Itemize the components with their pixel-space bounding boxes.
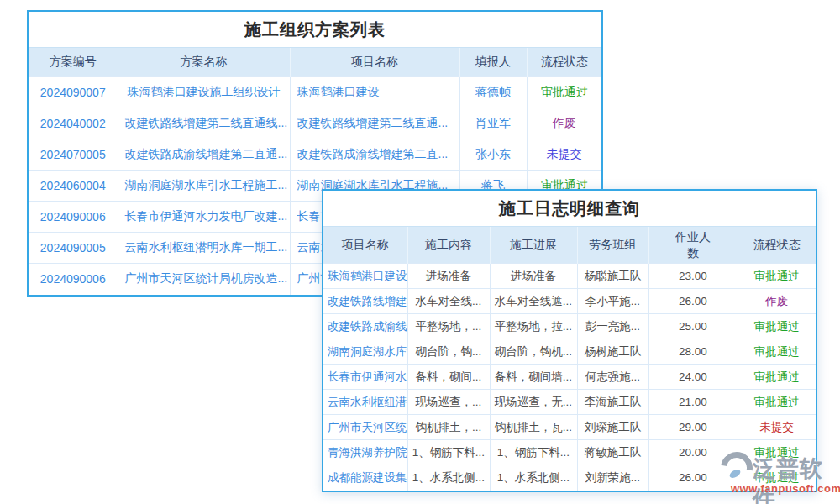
cell-worker-count: 26.00	[648, 289, 738, 314]
cell-work-content: 现场巡查，...	[407, 390, 490, 415]
cell-project-name[interactable]: 改建铁路线增建第二	[323, 289, 407, 314]
cell-work-progress: 进场准备	[490, 264, 577, 289]
cell-worker-count: 25.00	[648, 314, 738, 339]
vendor-url: www.fanpusoft.com	[731, 482, 838, 495]
cell-plan-name[interactable]: 改建铁路线增建第二线直通线...	[118, 108, 290, 139]
table-row: 长春市伊通河水力发备料，砌间...备料，砌间墙...何志强施...24.00审批…	[323, 365, 816, 390]
table-row: 2024040002改建铁路线增建第二线直通线...改建铁路线增建第二线直通..…	[29, 108, 601, 139]
table-row: 2024070005改建铁路成渝线增建第二直通...改建铁路成渝线增建第二直..…	[29, 139, 601, 171]
column-header-plan-name: 方案名称	[118, 48, 290, 77]
cell-plan-name[interactable]: 云南水利枢纽潜明水库一期工...	[118, 233, 290, 264]
cell-labor-team: 李海施工队	[577, 390, 648, 415]
cell-work-progress: 砌台阶，钩机...	[490, 339, 577, 365]
header-row: 方案编号方案名称项目名称填报人流程状态	[29, 48, 601, 77]
column-header-project-name: 项目名称	[323, 227, 407, 264]
column-header-labor-team: 劳务班组	[577, 227, 648, 264]
cell-project-name[interactable]: 湖南洞庭湖水库引水	[323, 339, 407, 365]
cell-labor-team: 杨聪施工队	[577, 264, 648, 289]
cell-flow-status: 审批通过	[738, 365, 816, 390]
column-header-worker-count: 作业人数	[648, 227, 738, 264]
header-row: 项目名称施工内容施工进展劳务班组作业人数流程状态	[323, 227, 816, 264]
cell-plan-id[interactable]: 2024040002	[29, 108, 118, 139]
cell-work-progress: 1、钢筋下料...	[490, 440, 577, 465]
column-header-label: 填报人	[475, 55, 511, 68]
column-header-label: 劳务班组	[590, 238, 637, 251]
column-header-work-content: 施工内容	[407, 227, 490, 264]
cell-flow-status: 审批通过	[527, 77, 601, 108]
cell-project-name[interactable]: 广州市天河区统计局	[323, 415, 407, 440]
cell-plan-id[interactable]: 2024090007	[29, 77, 118, 108]
table-row: 云南水利枢纽潜明水现场巡查，...现场巡查，无...李海施工队21.00审批通过	[323, 390, 816, 415]
table-row: 珠海鹤港口建设进场准备进场准备杨聪施工队23.00审批通过	[323, 264, 816, 289]
cell-project-name[interactable]: 改建铁路成渝线增建	[323, 314, 407, 339]
cell-flow-status: 审批通过	[738, 390, 816, 415]
column-header-submitter: 填报人	[459, 48, 527, 77]
cell-project-name[interactable]: 云南水利枢纽潜明水	[323, 390, 407, 415]
cell-labor-team: 杨树施工队	[577, 339, 648, 365]
cell-submitter[interactable]: 肖亚军	[459, 108, 527, 139]
cell-project-name[interactable]: 改建铁路线增建第二线直通...	[290, 108, 459, 139]
cell-project-name[interactable]: 青海洪湖养护院项目	[323, 440, 407, 465]
cell-work-progress: 1、水系北侧...	[490, 465, 577, 491]
cell-worker-count: 29.00	[648, 415, 738, 440]
cell-flow-status: 未提交	[738, 415, 816, 440]
cell-plan-id[interactable]: 2024090006	[29, 264, 118, 295]
cell-plan-id[interactable]: 2024070005	[29, 139, 118, 171]
cell-work-content: 水车对全线...	[407, 289, 490, 314]
cell-project-name[interactable]: 改建铁路成渝线增建第二直...	[290, 139, 459, 171]
vendor-watermark: 泛普软件 www.fanpusoft.com	[721, 452, 838, 499]
cell-plan-id[interactable]: 2024090006	[29, 202, 118, 233]
column-header-project-name: 项目名称	[290, 48, 459, 77]
column-header-flow-status: 流程状态	[738, 227, 816, 264]
column-header-label: 项目名称	[351, 55, 398, 68]
cell-labor-team: 彭一亮施...	[577, 314, 648, 339]
table-row: 湖南洞庭湖水库引水砌台阶，钩...砌台阶，钩机...杨树施工队28.00审批通过	[323, 339, 816, 365]
cell-work-content: 钩机排土，...	[407, 415, 490, 440]
cell-worker-count: 28.00	[648, 339, 738, 365]
column-header-label: 方案编号	[50, 55, 97, 68]
cell-labor-team: 刘琛施工队	[577, 415, 648, 440]
column-header-label: 方案名称	[181, 55, 228, 68]
cell-work-progress: 水车对全线遮...	[490, 289, 577, 314]
cell-plan-id[interactable]: 2024090005	[29, 233, 118, 264]
column-header-flow-status: 流程状态	[527, 48, 601, 77]
log-query-table-card: 施工日志明细查询 项目名称施工内容施工进展劳务班组作业人数流程状态珠海鹤港口建设…	[322, 189, 817, 492]
cell-work-content: 进场准备	[407, 264, 490, 289]
cell-flow-status: 审批通过	[738, 339, 816, 365]
cell-submitter[interactable]: 蒋德帧	[459, 77, 527, 108]
table-row: 改建铁路线增建第二水车对全线...水车对全线遮...李小平施...26.00作废	[323, 289, 816, 314]
cell-submitter[interactable]: 张小东	[459, 139, 527, 171]
cell-project-name[interactable]: 珠海鹤港口建设	[290, 77, 459, 108]
table-row: 改建铁路成渝线增建平整场地，...平整场地，拉...彭一亮施...25.00审批…	[323, 314, 816, 339]
cell-plan-name[interactable]: 广州市天河区统计局机房改造...	[118, 264, 290, 295]
cell-labor-team: 刘新荣施...	[577, 465, 648, 491]
cell-flow-status: 作废	[527, 108, 601, 139]
cell-plan-id[interactable]: 2024060004	[29, 171, 118, 202]
cell-work-content: 1、钢筋下料...	[407, 440, 490, 465]
cell-plan-name[interactable]: 改建铁路成渝线增建第二直通...	[118, 139, 290, 171]
cell-flow-status: 审批通过	[738, 264, 816, 289]
log-query-table: 项目名称施工内容施工进展劳务班组作业人数流程状态珠海鹤港口建设进场准备进场准备杨…	[323, 226, 816, 491]
cell-work-progress: 平整场地，拉...	[490, 314, 577, 339]
cell-plan-name[interactable]: 长春市伊通河水力发电厂改建...	[118, 202, 290, 233]
cell-labor-team: 李小平施...	[577, 289, 648, 314]
cell-flow-status: 审批通过	[738, 314, 816, 339]
cell-worker-count: 24.00	[648, 365, 738, 390]
cell-plan-name[interactable]: 珠海鹤港口建设施工组织设计	[118, 77, 290, 108]
cell-project-name[interactable]: 长春市伊通河水力发	[323, 365, 407, 390]
cell-work-progress: 钩机排土，瓦...	[490, 415, 577, 440]
cell-plan-name[interactable]: 湖南洞庭湖水库引水工程施工...	[118, 171, 290, 202]
plan-list-title: 施工组织方案列表	[29, 12, 601, 47]
cell-flow-status: 未提交	[527, 139, 601, 171]
column-header-label: 流程状态	[753, 238, 801, 251]
cell-project-name[interactable]: 成都能源建设集团项	[323, 465, 407, 491]
table-row: 2024090007珠海鹤港口建设施工组织设计珠海鹤港口建设蒋德帧审批通过	[29, 77, 601, 108]
cell-project-name[interactable]: 珠海鹤港口建设	[323, 264, 407, 289]
cell-work-content: 砌台阶，钩...	[407, 339, 490, 365]
column-header-label: 流程状态	[541, 55, 588, 68]
cell-work-content: 备料，砌间...	[407, 365, 490, 390]
vendor-brand-name: 泛普软件	[753, 454, 838, 504]
log-query-title: 施工日志明细查询	[323, 191, 816, 226]
cell-flow-status: 作废	[738, 289, 816, 314]
column-header-plan-id: 方案编号	[29, 48, 118, 77]
